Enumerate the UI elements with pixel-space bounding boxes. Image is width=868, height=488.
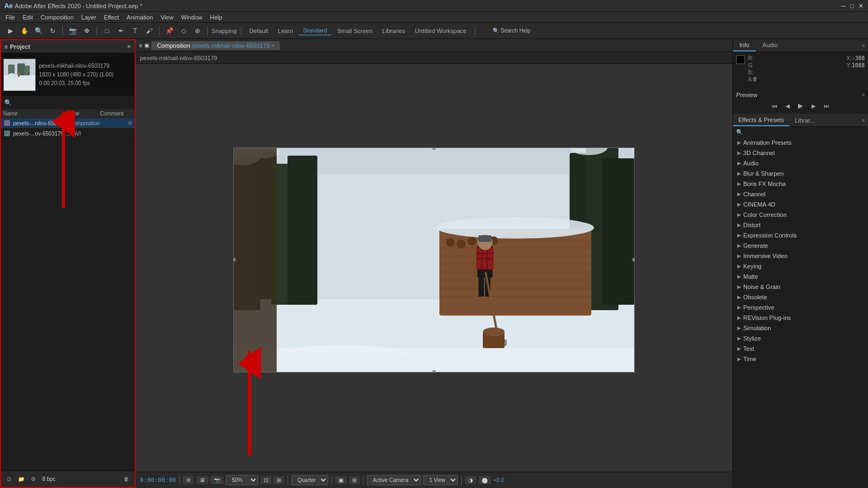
menu-edit[interactable]: Edit <box>20 13 36 22</box>
effect-category-stylize[interactable]: ▶Stylize <box>733 333 868 344</box>
panel-menu-icon-comp[interactable]: ≡ <box>139 42 142 49</box>
preview-play[interactable]: ▶ <box>795 100 806 111</box>
menu-view[interactable]: View <box>157 13 177 22</box>
project-new-item[interactable]: 🗋 <box>4 474 14 484</box>
viewer-color-btn[interactable]: ⬤ <box>478 476 491 484</box>
rect-tool[interactable]: □ <box>101 25 113 37</box>
tab-effects-presets[interactable]: Effects & Presets <box>733 114 789 126</box>
effect-category-obsolete[interactable]: ▶Obsolete <box>733 292 868 303</box>
effects-section: Effects & Presets Librar... ≡ 🔍 ▶Animati… <box>733 114 868 488</box>
effect-category-immersive-video[interactable]: ▶Immersive Video <box>733 251 868 261</box>
workspace-learn[interactable]: Learn <box>273 27 297 35</box>
effect-category-simulation[interactable]: ▶Simulation <box>733 323 868 333</box>
preview-menu[interactable]: ≡ <box>862 92 865 98</box>
effect-category-perspective[interactable]: ▶Perspective <box>733 303 868 313</box>
project-panel-close[interactable]: ✕ <box>127 44 131 49</box>
viewer-view-select[interactable]: 1 View <box>423 475 458 485</box>
chevron-icon: ▶ <box>737 212 741 217</box>
effect-category-animation-presets[interactable]: ▶Animation Presets <box>733 138 868 148</box>
preview-prev-frame[interactable]: ◀ <box>782 100 793 111</box>
viewer-snapshot-btn[interactable]: 📷 <box>210 476 224 484</box>
workspace-untitled[interactable]: Untitled Workspace <box>411 27 471 35</box>
effect-category-3d-channel[interactable]: ▶3D Channel <box>733 148 868 158</box>
viewer-settings-btn[interactable]: ⚙ <box>183 476 194 484</box>
viewer-grid-btn[interactable]: ⊞ <box>349 476 360 484</box>
effect-category-generate[interactable]: ▶Generate <box>733 241 868 251</box>
menu-effect[interactable]: Effect <box>100 13 122 22</box>
rotation-tool[interactable]: ↻ <box>47 25 59 37</box>
effect-category-distort[interactable]: ▶Distort <box>733 220 868 230</box>
project-search-input[interactable] <box>14 98 131 108</box>
menu-window[interactable]: Window <box>178 13 206 22</box>
menu-composition[interactable]: Composition <box>37 13 77 22</box>
titlebar-controls[interactable]: ─ □ ✕ <box>841 2 864 10</box>
comp-tab-main[interactable]: Composition pexels-mikhail-nilov-6503179… <box>151 41 280 50</box>
effect-category-text[interactable]: ▶Text <box>733 344 868 354</box>
project-search-bar[interactable]: 🔍 <box>1 97 135 110</box>
effect-category-matte[interactable]: ▶Matte <box>733 272 868 282</box>
menu-help[interactable]: Help <box>207 13 226 22</box>
menu-layer[interactable]: Layer <box>78 13 100 22</box>
info-value-a: 0 <box>753 76 756 82</box>
viewer-transparency-btn[interactable]: ▣ <box>335 476 347 484</box>
tab-info[interactable]: Info <box>733 40 756 52</box>
text-tool[interactable]: T <box>129 25 141 37</box>
right-panel: Info Audio ≡ R: G: B: <box>732 39 868 488</box>
effects-panel-menu[interactable]: ≡ <box>859 118 868 123</box>
selection-tool[interactable]: ▶ <box>4 25 16 37</box>
project-delete[interactable]: 🗑 <box>122 474 131 484</box>
project-settings[interactable]: ⚙ <box>28 474 38 484</box>
effects-search-bar[interactable]: 🔍 <box>733 127 868 138</box>
roto-tool[interactable]: ⊕ <box>192 25 203 37</box>
project-new-folder[interactable]: 📁 <box>16 474 26 484</box>
info-panel-menu[interactable]: ≡ <box>859 43 868 48</box>
file-row-composition[interactable]: pexels-...nilov-6503179 Composition ⊞ <box>1 118 135 129</box>
preview-rewind[interactable]: ⏮ <box>769 100 780 111</box>
workspace-default[interactable]: Default <box>245 27 273 35</box>
effect-category-expression-controls[interactable]: ▶Expression Controls <box>733 230 868 241</box>
menu-animation[interactable]: Animation <box>123 13 156 22</box>
viewer-preview-btn[interactable]: 🖥 <box>196 476 208 484</box>
zoom-tool[interactable]: 🔍 <box>33 25 44 37</box>
effect-category-cinema-4d[interactable]: ▶CINEMA 4D <box>733 200 868 210</box>
effect-category-revision-plug-ins[interactable]: ▶REVision Plug-ins <box>733 313 868 323</box>
preview-next-frame[interactable]: ▶ <box>808 100 819 111</box>
tab-audio[interactable]: Audio <box>756 40 784 52</box>
pen-tool[interactable]: ✒ <box>115 25 127 37</box>
effect-category-noise-&-grain[interactable]: ▶Noise & Grain <box>733 282 868 292</box>
effect-category-audio[interactable]: ▶Audio <box>733 158 868 169</box>
workspace-libraries[interactable]: Libraries <box>378 27 410 35</box>
file-row-video[interactable]: pexels-...ov-6503179.mp4 AVI <box>1 129 135 139</box>
camera-tool[interactable]: 📷 <box>67 25 79 37</box>
tab-libraries[interactable]: Librar... <box>789 115 820 126</box>
workspace-small-screen[interactable]: Small Screen <box>333 27 376 35</box>
workspace-standard[interactable]: Standard <box>299 26 332 35</box>
svg-point-33 <box>446 238 455 247</box>
brush-tool[interactable]: 🖌 <box>143 25 155 37</box>
effect-category-channel[interactable]: ▶Channel <box>733 189 868 200</box>
comp-tab-name: pexels-mikhail-nilov-6503179 <box>193 42 270 49</box>
minimize-button[interactable]: ─ <box>841 2 846 10</box>
effect-category-blur-&-sharpen[interactable]: ▶Blur & Sharpen <box>733 169 868 179</box>
menu-file[interactable]: File <box>2 13 18 22</box>
hand-tool[interactable]: ✋ <box>18 25 30 37</box>
search-help-button[interactable]: 🔍 Search Help <box>479 25 544 37</box>
effect-category-time[interactable]: ▶Time <box>733 354 868 364</box>
shape-tool[interactable]: ◇ <box>177 25 189 37</box>
panel-menu-icon[interactable]: ≡ <box>4 43 8 50</box>
viewer-fit-btn[interactable]: ⊡ <box>260 476 271 484</box>
viewer-quality-select[interactable]: Quarter Half Full <box>291 475 328 485</box>
viewer-exposure-btn[interactable]: ◑ <box>465 476 476 484</box>
pin-tool[interactable]: 📌 <box>163 25 175 37</box>
viewer-camera-select[interactable]: Active Camera <box>367 475 421 485</box>
effect-category-keying[interactable]: ▶Keying <box>733 261 868 272</box>
preview-fast-forward[interactable]: ⏭ <box>821 100 832 111</box>
maximize-button[interactable]: □ <box>850 2 854 10</box>
effect-category-color-correction[interactable]: ▶Color Correction <box>733 210 868 220</box>
effect-category-boris-fx-mocha[interactable]: ▶Boris FX Mocha <box>733 179 868 189</box>
viewer-zoom-select[interactable]: 50% 100% 25% <box>226 475 258 485</box>
effects-search-input[interactable] <box>745 129 865 136</box>
viewer-resolution-btn[interactable]: ⊞ <box>273 476 284 484</box>
close-button[interactable]: ✕ <box>858 2 864 10</box>
pan-tool[interactable]: ✥ <box>81 25 93 37</box>
